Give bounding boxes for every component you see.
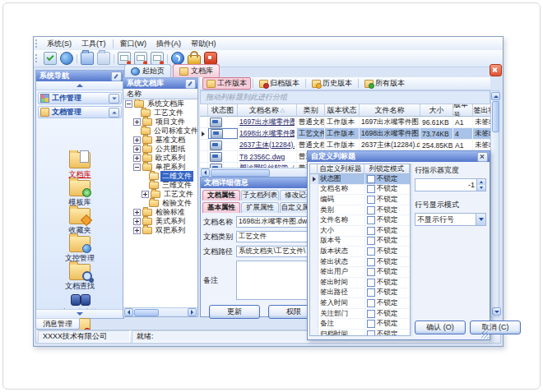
- sidebar-item-文档库[interactable]: 文档库: [69, 152, 91, 180]
- column-title-cell[interactable]: 文档名称: [318, 185, 365, 195]
- column-title-cell[interactable]: 文件名称: [318, 215, 365, 225]
- field-value-box[interactable]: 工艺文件: [236, 231, 317, 242]
- document-link[interactable]: 2637主体(12284).dwg: [239, 141, 295, 150]
- column-setting-row[interactable]: 状态图不锁定: [310, 174, 410, 185]
- column-title-cell[interactable]: 签出路径: [318, 288, 365, 298]
- document-name-cell[interactable]: T8 2356C.dwg: [238, 151, 297, 162]
- 更新-button[interactable]: 更新: [209, 305, 260, 319]
- tab-文档库[interactable]: 文档库: [173, 64, 220, 77]
- tab-文档属性[interactable]: 文档属性: [202, 190, 240, 201]
- field-value-box[interactable]: 1698出水嘴零件图.dwg: [236, 216, 317, 228]
- version-button-归档版本[interactable]: 归档版本: [255, 77, 304, 90]
- tree-horizontal-scrollbar[interactable]: [123, 307, 197, 316]
- column-header-文件名称[interactable]: 文件名称: [360, 104, 420, 117]
- indicator-width-value[interactable]: -1: [415, 181, 476, 189]
- expand-icon[interactable]: [133, 136, 141, 144]
- column-setting-row[interactable]: 编码不锁定: [310, 195, 410, 205]
- expand-icon[interactable]: [133, 154, 141, 162]
- column-header-版本号[interactable]: 版本号: [453, 104, 473, 117]
- checkbox[interactable]: [367, 227, 375, 235]
- column-setting-row[interactable]: 签出用户不锁定: [310, 267, 410, 278]
- menu-item-4[interactable]: 帮助(H): [186, 38, 221, 50]
- column-title-cell[interactable]: 签出时间: [318, 278, 365, 288]
- sidebar-section-文档管理[interactable]: 文档管理: [38, 106, 122, 118]
- scroll-down-icon[interactable]: [492, 307, 501, 316]
- column-header-版本状态[interactable]: 版本状态: [325, 104, 360, 117]
- column-setting-row[interactable]: 文件名称不锁定: [310, 215, 410, 226]
- scroll-left-icon[interactable]: [201, 168, 210, 177]
- column-setting-row[interactable]: 关注部门不锁定: [310, 309, 410, 320]
- column-setting-row[interactable]: 版本号不锁定: [310, 237, 410, 247]
- version-button-工作版本[interactable]: 工作版本: [202, 77, 251, 90]
- column-header-类别[interactable]: 类别: [297, 104, 325, 117]
- scroll-up-icon[interactable]: [491, 92, 500, 100]
- column-title-cell[interactable]: 关注部门: [318, 309, 365, 319]
- column-header-大小[interactable]: 大小: [420, 104, 453, 117]
- menu-item-0[interactable]: 系统(S): [42, 38, 77, 50]
- tab-子文档列表[interactable]: 子文档列表: [241, 190, 279, 201]
- chevron-down-icon[interactable]: [476, 214, 485, 225]
- checkbox[interactable]: [367, 196, 375, 204]
- connection-status-icon[interactable]: [44, 52, 57, 65]
- scrollbar-thumb[interactable]: [492, 101, 499, 132]
- chevron-down-icon[interactable]: [109, 94, 119, 104]
- lock-mode-cell[interactable]: 不锁定: [365, 185, 410, 195]
- column-setting-row[interactable]: 签入时间不锁定: [310, 298, 410, 309]
- column-title-cell[interactable]: 签出用户: [318, 267, 365, 277]
- column-title-header[interactable]: 自定义列标题: [318, 164, 364, 174]
- pin-icon[interactable]: [111, 71, 122, 81]
- lock-mode-cell[interactable]: 不锁定: [365, 330, 410, 336]
- grid-vertical-scrollbar[interactable]: [490, 90, 499, 317]
- checkbox[interactable]: [367, 237, 375, 245]
- note-textarea[interactable]: [236, 261, 317, 300]
- column-title-cell[interactable]: 签出状态: [318, 257, 365, 267]
- expand-icon[interactable]: [142, 191, 149, 198]
- document-link[interactable]: 1697出水嘴零件图.dwg: [239, 118, 295, 127]
- menu-item-3[interactable]: 插件(A): [151, 38, 186, 50]
- close-tab-button[interactable]: [490, 64, 502, 76]
- lock-mode-cell[interactable]: 不锁定: [365, 309, 410, 319]
- sidebar-scroll-down[interactable]: [36, 309, 123, 318]
- menu-item-1[interactable]: 工具(T): [77, 38, 111, 50]
- sidebar-item-收藏夹[interactable]: 收藏夹: [69, 208, 91, 236]
- checkbox[interactable]: [367, 268, 375, 276]
- document-name-cell[interactable]: 2637主体(12284).dwg: [238, 140, 297, 150]
- column-title-cell[interactable]: 版本状态: [318, 247, 365, 256]
- indicator-width-input[interactable]: -1: [415, 178, 486, 191]
- checkbox[interactable]: [367, 299, 375, 307]
- version-button-历史版本[interactable]: 历史版本: [308, 77, 356, 90]
- sidebar-section-工作管理[interactable]: 工作管理: [38, 92, 122, 104]
- column-setting-row[interactable]: 备注不锁定: [310, 319, 410, 330]
- column-title-cell[interactable]: 编码: [318, 195, 365, 205]
- lock-mode-cell[interactable]: 不锁定: [365, 237, 410, 247]
- expand-icon[interactable]: [133, 218, 141, 225]
- checkbox[interactable]: [367, 175, 375, 183]
- column-header-签出状态[interactable]: 签出状态: [473, 104, 490, 117]
- column-setting-row[interactable]: 签出路径不锁定: [310, 288, 410, 299]
- column-setting-row[interactable]: 签出状态不锁定: [310, 257, 410, 268]
- group-by-bar[interactable]: 拖动列标题到此进行分组: [200, 90, 490, 104]
- expand-icon[interactable]: [133, 227, 141, 234]
- sidebar-item-文控管理[interactable]: 文控管理: [65, 236, 95, 264]
- collapse-icon[interactable]: [125, 100, 132, 108]
- column-setting-row[interactable]: 类别不锁定: [310, 205, 410, 216]
- sidebar-scroll-up[interactable]: [36, 81, 123, 90]
- table-row[interactable]: 2637主体(12284).dwg普通文档工作版本2637主体(12284).d…: [200, 140, 490, 151]
- sidebar-item-文档查找[interactable]: 文档查找: [65, 264, 95, 292]
- library-view-icon[interactable]: [97, 52, 110, 65]
- column-header-状态图[interactable]: 状态图: [208, 104, 238, 117]
- column-title-cell[interactable]: 版本号: [318, 237, 365, 247]
- spinner-down-icon[interactable]: [477, 185, 485, 191]
- lock-mode-cell[interactable]: 不锁定: [365, 226, 410, 236]
- checkbox[interactable]: [367, 310, 375, 318]
- field-value-box[interactable]: 系统文档夹\工艺文件\: [236, 246, 317, 257]
- column-title-cell[interactable]: 备注: [318, 319, 365, 329]
- tab-基本属性[interactable]: 基本属性: [202, 202, 240, 213]
- scrollbar-thumb[interactable]: [134, 309, 159, 316]
- column-title-cell[interactable]: 类别: [318, 205, 365, 215]
- checkbox[interactable]: [367, 330, 375, 336]
- expand-icon[interactable]: [133, 145, 141, 153]
- expand-icon[interactable]: [133, 118, 141, 126]
- table-row[interactable]: 1697出水嘴零件图.dwg普通文档工作版本1697出水嘴零件图.dwg96.6…: [200, 117, 490, 128]
- table-row[interactable]: 1698出水嘴零件图.dwg工艺文件工作版本1698出水嘴零件图.dwg73.7…: [200, 128, 490, 140]
